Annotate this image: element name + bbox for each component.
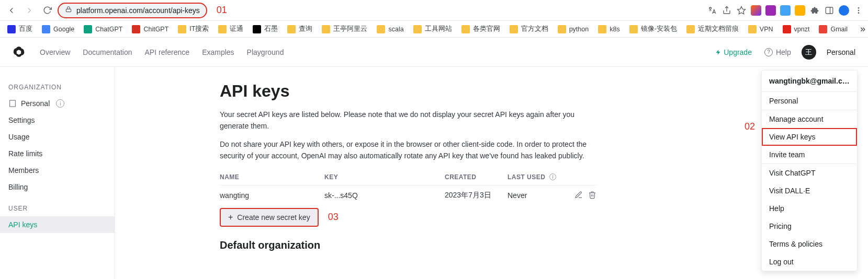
sidebar-item-label: Members bbox=[8, 166, 39, 175]
annotation-03: 03 bbox=[328, 212, 339, 223]
bookmark-label: IT搜索 bbox=[189, 25, 209, 33]
browser-forward-button[interactable] bbox=[22, 3, 37, 18]
bookmark-item[interactable]: 查询 bbox=[287, 25, 312, 33]
menu-item[interactable]: Log out bbox=[762, 253, 857, 271]
help-label: Help bbox=[776, 48, 791, 56]
col-header-key: KEY bbox=[324, 173, 445, 181]
api-keys-table: NAME KEY CREATED LAST USED i wangtingsk-… bbox=[220, 169, 596, 206]
extension-icon[interactable] bbox=[780, 5, 791, 16]
favicon-icon bbox=[461, 25, 470, 33]
header-nav-item[interactable]: API reference bbox=[145, 48, 190, 56]
col-header-last-used: LAST USED i bbox=[508, 173, 560, 181]
browser-back-button[interactable] bbox=[4, 3, 19, 18]
menu-item[interactable]: View API keys bbox=[762, 128, 857, 146]
menu-item[interactable]: Pricing bbox=[762, 217, 857, 235]
bookmark-item[interactable]: IT搜索 bbox=[178, 25, 209, 33]
upgrade-link[interactable]: Upgrade bbox=[715, 48, 752, 56]
bookmark-item[interactable]: scala bbox=[377, 25, 403, 33]
bookmark-item[interactable]: 证通 bbox=[218, 25, 243, 33]
favicon-icon bbox=[178, 25, 186, 33]
menu-item[interactable]: Visit DALL·E bbox=[762, 182, 857, 200]
extension-icon[interactable] bbox=[795, 5, 805, 16]
favicon-icon bbox=[84, 25, 92, 33]
menu-item[interactable]: Help bbox=[762, 200, 857, 217]
delete-key-button[interactable] bbox=[588, 191, 596, 201]
bookmark-label: ChatGPT bbox=[95, 26, 122, 33]
extensions-puzzle-icon[interactable] bbox=[809, 5, 820, 16]
bookmark-label: ChitGPT bbox=[143, 26, 168, 33]
translate-icon[interactable] bbox=[707, 5, 717, 16]
intro-paragraph-2: Do not share your API key with others, o… bbox=[220, 139, 596, 161]
sidebar-item-label: Personal bbox=[21, 99, 50, 108]
side-panel-icon[interactable] bbox=[824, 5, 835, 16]
favicon-icon bbox=[287, 25, 296, 33]
help-link[interactable]: ? Help bbox=[762, 48, 791, 56]
bookmark-label: 王亭阿里云 bbox=[333, 25, 367, 33]
bookmark-item[interactable]: ChatGPT bbox=[84, 25, 122, 33]
bookmark-item[interactable]: Google bbox=[42, 25, 74, 33]
bookmark-item[interactable]: k8s bbox=[598, 25, 619, 33]
lock-icon bbox=[65, 6, 72, 15]
openai-logo-icon[interactable] bbox=[13, 46, 25, 59]
bookmark-item[interactable]: 王亭阿里云 bbox=[322, 25, 367, 33]
edit-key-button[interactable] bbox=[574, 191, 583, 201]
bookmark-item[interactable]: 石墨 bbox=[253, 25, 278, 33]
svg-rect-0 bbox=[66, 9, 71, 11]
bookmark-item[interactable]: 各类官网 bbox=[461, 25, 500, 33]
sidebar-item-personal[interactable]: Personal i bbox=[0, 95, 115, 112]
bookmark-item[interactable]: vpnzt bbox=[783, 25, 810, 33]
header-nav-item[interactable]: Documentation bbox=[83, 48, 132, 56]
extension-icon[interactable] bbox=[765, 5, 776, 16]
menu-item[interactable]: Personal bbox=[762, 92, 857, 110]
sidebar-item[interactable]: Billing bbox=[0, 179, 115, 195]
menu-item[interactable]: Terms & policies bbox=[762, 235, 857, 253]
share-icon[interactable] bbox=[722, 5, 732, 16]
cell-key: sk-...s45Q bbox=[324, 191, 445, 200]
info-icon[interactable]: i bbox=[549, 173, 556, 180]
url-text: platform.openai.com/account/api-keys bbox=[76, 6, 200, 15]
browser-reload-button[interactable] bbox=[40, 3, 54, 18]
bookmark-label: 工具网站 bbox=[425, 25, 452, 33]
bookmark-item[interactable]: 官方文档 bbox=[510, 25, 548, 33]
bookmark-label: 证通 bbox=[230, 25, 243, 33]
sidebar-item[interactable]: Usage bbox=[0, 129, 115, 145]
bookmark-item[interactable]: Gmail bbox=[819, 25, 848, 33]
bookmark-item[interactable]: 镜像-安装包 bbox=[629, 25, 677, 33]
bookmark-item[interactable]: 近期文档留痕 bbox=[686, 25, 739, 33]
favicon-icon bbox=[510, 25, 518, 33]
header-nav-item[interactable]: Examples bbox=[202, 48, 234, 56]
header-nav-item[interactable]: Overview bbox=[40, 48, 70, 56]
create-secret-key-button[interactable]: + Create new secret key bbox=[220, 208, 319, 227]
address-bar[interactable]: platform.openai.com/account/api-keys bbox=[58, 3, 207, 18]
avatar[interactable]: 王 bbox=[802, 45, 816, 60]
favicon-icon bbox=[413, 25, 422, 33]
menu-item[interactable]: Invite team bbox=[762, 146, 857, 164]
bookmark-item[interactable]: VPN bbox=[748, 25, 773, 33]
profile-avatar-icon[interactable] bbox=[839, 5, 849, 16]
col-header-created: CREATED bbox=[445, 173, 508, 181]
favicon-icon bbox=[377, 25, 385, 33]
svg-point-5 bbox=[858, 9, 860, 11]
extension-icon[interactable] bbox=[751, 5, 761, 16]
bookmark-item[interactable]: 百度 bbox=[7, 25, 32, 33]
bookmark-item[interactable]: 工具网站 bbox=[413, 25, 452, 33]
bookmarks-overflow-button[interactable]: » bbox=[857, 24, 868, 34]
chrome-menu-icon[interactable] bbox=[853, 5, 864, 16]
sidebar-item[interactable]: Rate limits bbox=[0, 145, 115, 162]
header-nav-item[interactable]: Playground bbox=[247, 48, 284, 56]
default-organization-heading: Default organization bbox=[220, 239, 697, 251]
bookmark-item[interactable]: ChitGPT bbox=[132, 25, 168, 33]
sidebar-item[interactable]: Settings bbox=[0, 112, 115, 129]
bookmark-star-icon[interactable] bbox=[736, 5, 747, 16]
bookmark-item[interactable]: python bbox=[558, 25, 589, 33]
svg-point-6 bbox=[858, 12, 860, 14]
bookmark-label: 各类官网 bbox=[473, 25, 500, 33]
bookmark-label: 近期文档留痕 bbox=[698, 25, 739, 33]
sidebar-item[interactable]: Members bbox=[0, 162, 115, 179]
info-icon[interactable]: i bbox=[56, 99, 64, 108]
account-label[interactable]: Personal bbox=[827, 48, 855, 56]
menu-item[interactable]: Visit ChatGPT bbox=[762, 164, 857, 182]
menu-item[interactable]: Manage account bbox=[762, 110, 857, 128]
favicon-icon bbox=[322, 25, 330, 33]
sidebar-item-api-keys[interactable]: API keys bbox=[0, 216, 115, 233]
